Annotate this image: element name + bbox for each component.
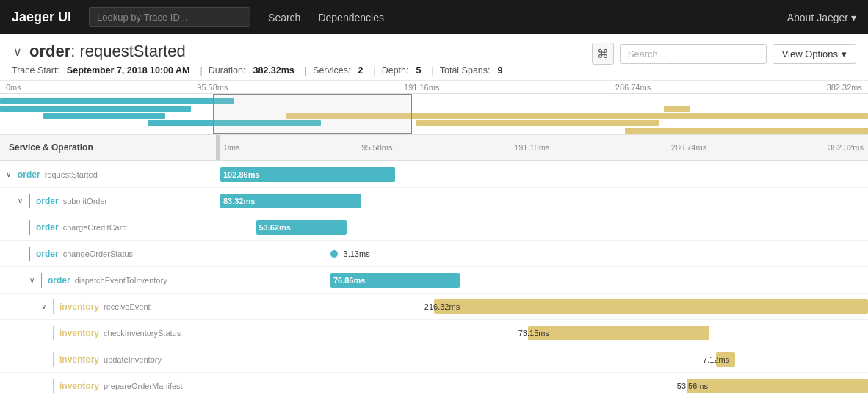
span-bar-label: 76.86ms — [333, 276, 365, 285]
brand-logo: Jaeger UI — [12, 10, 71, 25]
nav-search-link[interactable]: Search — [268, 12, 300, 23]
minimap-label-3: 286.74ms — [610, 83, 657, 92]
operation-name: submitOrder — [63, 197, 108, 205]
table-row[interactable]: ∨ order dispatchEventToInventory 76.86ms — [0, 267, 868, 294]
span-bar: 53.62ms — [256, 220, 347, 235]
table-row[interactable]: ∨ order submitOrder 83.32ms — [0, 188, 868, 214]
trace-service-name: order — [29, 42, 70, 60]
column-resize-handle[interactable] — [216, 135, 219, 160]
row-label-2: ∨ order submitOrder — [0, 188, 220, 214]
minimap-label-0: 0ms — [0, 83, 27, 92]
row-label-6: ∨ inventory receiveEvent — [0, 294, 220, 319]
minimap-label-1: 95.58ms — [191, 83, 234, 92]
service-name: order — [48, 275, 70, 285]
span-bar: 102.86ms — [220, 167, 395, 182]
row-label-8: inventory updateInventory — [0, 346, 220, 372]
span-bar-label-outside: 216.32ms — [424, 302, 460, 311]
operation-name: chargeCreditCard — [63, 223, 127, 232]
services-label: Services: — [313, 65, 350, 76]
expand-toggle-icon[interactable]: ∨ — [6, 170, 13, 178]
expand-toggle-icon[interactable]: ∨ — [18, 197, 25, 205]
nav-about[interactable]: About Jaeger ▾ — [787, 12, 856, 23]
keyboard-shortcut-icon[interactable]: ⌘ — [592, 43, 614, 65]
column-headers: Service & Operation 0ms 95.58ms 191.16ms… — [0, 135, 868, 161]
operation-name: prepareOrderManifest — [104, 382, 183, 390]
service-name: inventory — [59, 328, 99, 338]
minimap-canvas[interactable] — [0, 94, 868, 134]
expand-toggle-icon[interactable]: ∨ — [29, 276, 37, 284]
trace-header: ∨ order: requestStarted ⌘ View Options ▾… — [0, 34, 868, 81]
row-timeline-5: 76.86ms — [220, 267, 868, 293]
minimap: 0ms 95.58ms 191.16ms 286.74ms 382.32ms — [0, 81, 868, 135]
row-label-3: order chargeCreditCard — [0, 214, 220, 240]
nav-dependencies-link[interactable]: Dependencies — [318, 12, 384, 23]
trace-meta: Trace Start: September 7, 2018 10:00 AM … — [12, 65, 856, 76]
meta-sep-1: | — [200, 65, 203, 76]
view-options-chevron-icon: ▾ — [842, 48, 847, 59]
table-row[interactable]: order chargeCreditCard 53.62ms — [0, 214, 868, 241]
service-column-label: Service & Operation — [9, 142, 93, 153]
span-bar — [687, 379, 868, 393]
duration-label: Duration: — [209, 65, 246, 76]
row-timeline-7: 73.15ms — [220, 320, 868, 346]
tl-header-1: 95.58ms — [357, 143, 397, 152]
table-row[interactable]: ∨ order requestStarted 102.86ms — [0, 161, 868, 188]
operation-name: updateInventory — [104, 355, 162, 364]
operation-name: receiveEvent — [104, 302, 151, 311]
row-timeline-2: 83.32ms — [220, 188, 868, 214]
service-name: inventory — [59, 354, 99, 365]
table-row[interactable]: inventory prepareOrderManifest 53.56ms — [0, 373, 868, 397]
operation-name: checkInventoryStatus — [104, 329, 181, 338]
row-timeline-9: 53.56ms — [220, 373, 868, 397]
span-bar-label: 83.32ms — [223, 197, 255, 205]
operation-name: requestStarted — [45, 170, 98, 179]
view-options-label: View Options — [782, 48, 838, 59]
span-bar — [528, 326, 709, 340]
trace-title: order: requestStarted — [29, 42, 186, 61]
service-column-header: Service & Operation — [0, 135, 220, 160]
trace-search-input[interactable] — [620, 44, 767, 64]
view-options-button[interactable]: View Options ▾ — [773, 44, 856, 64]
top-nav: Jaeger UI Search Dependencies About Jaeg… — [0, 0, 868, 34]
service-name: order — [36, 196, 59, 206]
row-label-7: inventory checkInventoryStatus — [0, 320, 220, 346]
minimap-label-2: 191.16ms — [398, 83, 445, 92]
span-bar: 83.32ms — [220, 194, 361, 208]
service-name: order — [36, 222, 59, 233]
trace-operation-name: requestStarted — [79, 42, 185, 60]
trace-collapse-button[interactable]: ∨ — [12, 45, 23, 59]
trace-controls: ⌘ View Options ▾ — [592, 43, 856, 65]
trace-id-input[interactable] — [89, 7, 250, 27]
duration-value: 382.32ms — [253, 65, 294, 76]
tl-header-0: 0ms — [220, 143, 245, 152]
row-timeline-8: 7.12ms — [220, 346, 868, 372]
span-bar-label-outside: 73.15ms — [518, 329, 549, 338]
operation-name: changeOrderStatus — [63, 250, 133, 258]
table-row[interactable]: inventory updateInventory 7.12ms — [0, 346, 868, 373]
table-row[interactable]: inventory checkInventoryStatus 73.15ms — [0, 320, 868, 346]
meta-sep-3: | — [373, 65, 375, 76]
span-bar-label: 53.62ms — [259, 223, 291, 232]
operation-name: dispatchEventToInventory — [75, 276, 167, 285]
meta-sep-4: | — [431, 65, 433, 76]
depth-value: 5 — [416, 65, 422, 76]
row-label-5: ∨ order dispatchEventToInventory — [0, 267, 220, 293]
trace-start-label: Trace Start: — [12, 65, 59, 76]
service-name: inventory — [59, 381, 99, 391]
service-name: inventory — [59, 302, 99, 312]
depth-label: Depth: — [382, 65, 409, 76]
total-spans-value: 9 — [498, 65, 503, 76]
tl-header-2: 191.16ms — [510, 143, 554, 152]
minimap-label-4: 382.32ms — [821, 83, 868, 92]
span-bar: 76.86ms — [330, 273, 460, 288]
span-bar-label: 3.13ms — [344, 250, 370, 258]
trace-start-value: September 7, 2018 10:00 AM — [67, 65, 190, 76]
service-name: order — [36, 249, 59, 259]
table-row[interactable]: order changeOrderStatus 3.13ms — [0, 241, 868, 267]
tl-header-3: 286.74ms — [667, 143, 711, 152]
expand-toggle-icon[interactable]: ∨ — [41, 302, 48, 310]
row-label-1: ∨ order requestStarted — [0, 161, 220, 187]
services-value: 2 — [358, 65, 363, 76]
table-row[interactable]: ∨ inventory receiveEvent 216.32ms — [0, 294, 868, 320]
row-label-9: inventory prepareOrderManifest — [0, 373, 220, 397]
